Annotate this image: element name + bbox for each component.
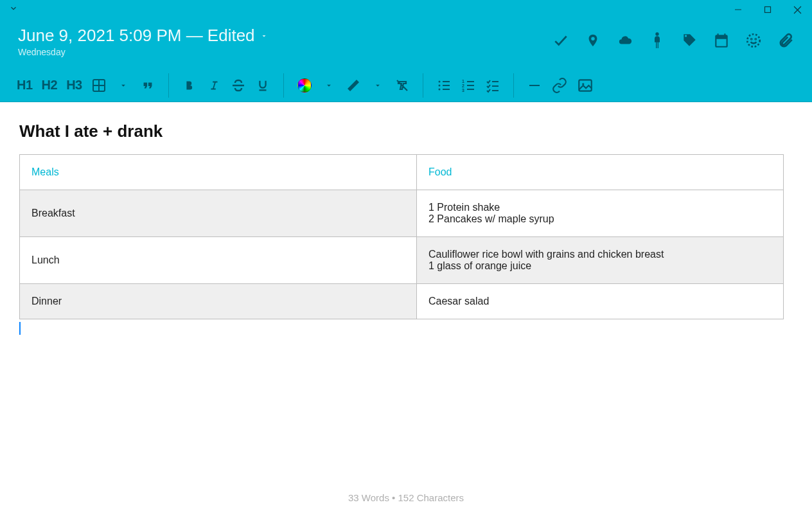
mood-icon[interactable]	[745, 32, 762, 49]
tag-icon[interactable]	[681, 32, 698, 49]
document-title: What I ate + drank	[19, 121, 793, 141]
bold-button[interactable]	[178, 74, 201, 97]
numbered-list-button[interactable]: 123	[457, 74, 480, 97]
svg-point-13	[438, 80, 440, 82]
cell-food[interactable]: Cauliflower rice bowl with grains and ch…	[417, 237, 784, 284]
svg-rect-1	[765, 7, 771, 13]
link-button[interactable]	[547, 74, 572, 97]
heading2-button[interactable]: H2	[38, 74, 62, 97]
person-icon[interactable]	[649, 32, 666, 49]
svg-point-5	[747, 34, 760, 47]
cloud-icon[interactable]	[617, 32, 633, 49]
maximize-button[interactable]	[753, 0, 782, 19]
editor-content[interactable]: What I ate + drank Meals Food Breakfast …	[0, 102, 812, 335]
svg-point-7	[755, 39, 756, 39]
highlight-button[interactable]	[342, 74, 365, 97]
table-dropdown[interactable]	[112, 74, 135, 97]
color-wheel-button[interactable]	[293, 74, 316, 97]
svg-point-4	[655, 32, 658, 35]
separator	[168, 73, 169, 98]
heading1-button[interactable]: H1	[13, 74, 37, 97]
word-count: 33 Words • 152 Characters	[0, 492, 812, 503]
divider-button[interactable]	[523, 74, 546, 97]
table-header-row: Meals Food	[20, 155, 784, 190]
table-row: Dinner Caesar salad	[20, 284, 784, 319]
bullet-list-button[interactable]	[432, 74, 455, 97]
cell-meal[interactable]: Lunch	[20, 237, 417, 284]
strikethrough-button[interactable]	[227, 74, 250, 97]
checklist-button[interactable]	[481, 74, 504, 97]
svg-point-15	[438, 88, 440, 90]
weekday-text: Wednesday	[18, 47, 268, 57]
italic-button[interactable]	[202, 74, 225, 97]
color-wheel-icon	[297, 78, 312, 93]
table-button[interactable]	[87, 74, 110, 97]
separator	[423, 73, 423, 98]
quote-button[interactable]	[136, 74, 159, 97]
svg-text:2: 2	[462, 84, 464, 88]
image-button[interactable]	[573, 74, 597, 97]
check-icon[interactable]	[552, 32, 569, 49]
chevron-down-icon	[260, 32, 268, 40]
minimize-button[interactable]	[723, 0, 753, 19]
color-dropdown[interactable]	[317, 74, 340, 97]
svg-text:1: 1	[462, 79, 464, 84]
cell-food[interactable]: Caesar salad	[417, 284, 784, 319]
attachment-icon[interactable]	[777, 32, 794, 49]
column-header-meals: Meals	[20, 155, 417, 190]
svg-text:3: 3	[462, 88, 464, 93]
close-button[interactable]	[782, 0, 812, 19]
table-row: Breakfast 1 Protein shake2 Pancakes w/ m…	[20, 190, 784, 237]
underline-button[interactable]	[251, 74, 274, 97]
date-picker[interactable]: June 9, 2021 5:09 PM — Edited	[18, 26, 268, 46]
column-header-food: Food	[417, 155, 784, 190]
heading3-button[interactable]: H3	[62, 74, 86, 97]
table-row: Lunch Cauliflower rice bowl with grains …	[20, 237, 784, 284]
clear-format-button[interactable]	[391, 74, 414, 97]
format-toolbar: H1 H2 H3 123	[0, 69, 812, 102]
text-cursor	[19, 322, 21, 335]
titlebar	[0, 0, 812, 19]
calendar-icon[interactable]	[713, 32, 730, 49]
svg-point-6	[751, 39, 752, 39]
cell-meal[interactable]: Breakfast	[20, 190, 417, 237]
separator	[513, 73, 514, 98]
cell-meal[interactable]: Dinner	[20, 284, 417, 319]
location-icon[interactable]	[585, 32, 601, 49]
highlight-dropdown[interactable]	[366, 74, 389, 97]
svg-point-14	[438, 84, 440, 86]
header-bar: June 9, 2021 5:09 PM — Edited Wednesday	[0, 19, 812, 69]
date-text: June 9, 2021 5:09 PM — Edited	[18, 26, 255, 46]
cell-food[interactable]: 1 Protein shake2 Pancakes w/ maple syrup	[417, 190, 784, 237]
separator	[283, 73, 284, 98]
food-table: Meals Food Breakfast 1 Protein shake2 Pa…	[19, 154, 784, 319]
expand-button[interactable]	[0, 4, 18, 15]
